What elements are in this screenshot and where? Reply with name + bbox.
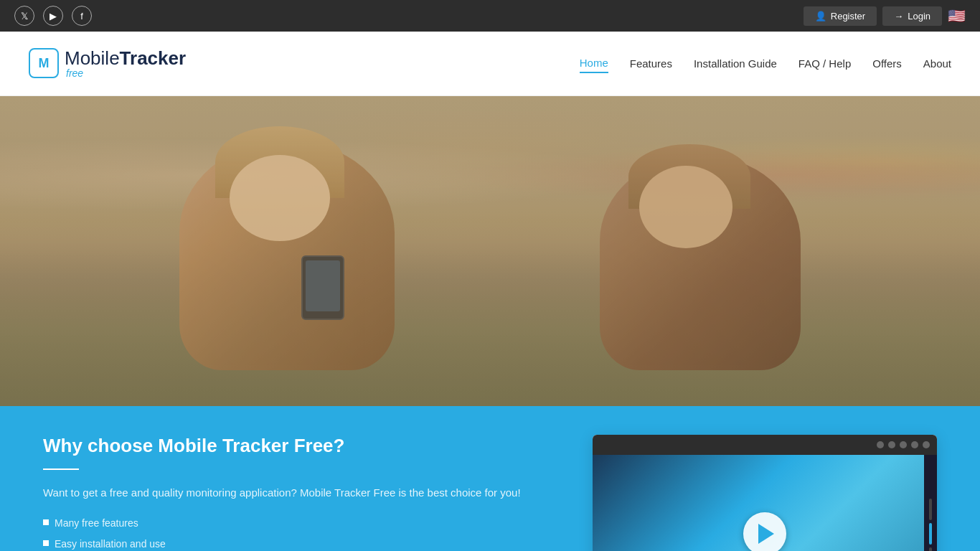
- vid-dot-5: [923, 441, 930, 448]
- play-button[interactable]: [743, 512, 786, 551]
- login-icon: →: [894, 11, 903, 22]
- top-actions: 👤 Register → Login 🇺🇸: [804, 6, 966, 26]
- video-panel: [593, 435, 937, 551]
- top-bar: 𝕏 ▶ f 👤 Register → Login 🇺🇸: [0, 0, 980, 32]
- video-sidebar: [924, 455, 937, 551]
- nav-home[interactable]: Home: [580, 54, 608, 73]
- why-section: Why choose Mobile Tracker Free? Want to …: [0, 406, 980, 551]
- hero-overlay: [0, 96, 980, 406]
- login-label: Login: [908, 11, 930, 22]
- logo[interactable]: M MobileTracker free: [29, 48, 186, 80]
- facebook-icon[interactable]: f: [72, 6, 92, 26]
- sidebar-bar: [929, 499, 932, 520]
- logo-bold: Tracker: [120, 47, 187, 69]
- hero-background: [0, 96, 980, 406]
- list-item: Easy installation and use: [43, 537, 550, 551]
- video-screen: [593, 455, 937, 551]
- vid-dot-3: [900, 441, 907, 448]
- logo-icon: M: [29, 48, 59, 78]
- play-icon: [758, 524, 774, 544]
- social-icons: 𝕏 ▶ f: [14, 6, 92, 26]
- vid-dot-4: [911, 441, 918, 448]
- logo-plain: Mobile: [65, 47, 120, 69]
- flag-icon: 🇺🇸: [948, 8, 966, 24]
- video-top-bar: [593, 435, 937, 455]
- sidebar-bar: [929, 547, 932, 551]
- youtube-icon[interactable]: ▶: [43, 6, 63, 26]
- list-item-text: Easy installation and use: [55, 537, 166, 551]
- nav-installation[interactable]: Installation Guide: [694, 55, 777, 72]
- main-nav: Home Features Installation Guide FAQ / H…: [580, 54, 951, 73]
- logo-sub: free: [66, 68, 186, 79]
- list-item: Many free features: [43, 516, 550, 531]
- why-title: Why choose Mobile Tracker Free?: [43, 435, 550, 457]
- hero-scene: [0, 96, 980, 406]
- vid-dot-2: [888, 441, 895, 448]
- register-button[interactable]: 👤 Register: [804, 6, 877, 26]
- why-list: Many free features Easy installation and…: [43, 516, 550, 551]
- list-item-text: Many free features: [55, 516, 138, 531]
- vid-dot-1: [877, 441, 884, 448]
- nav-offers[interactable]: Offers: [872, 55, 902, 72]
- why-content: Why choose Mobile Tracker Free? Want to …: [43, 435, 550, 551]
- bullet-icon: [43, 540, 49, 546]
- language-selector[interactable]: 🇺🇸: [948, 7, 966, 24]
- why-body: Want to get a free and quality monitorin…: [43, 484, 550, 501]
- sidebar-bar-active: [929, 523, 932, 545]
- nav-features[interactable]: Features: [630, 55, 672, 72]
- why-divider: [43, 468, 79, 470]
- bullet-icon: [43, 519, 49, 525]
- login-button[interactable]: → Login: [882, 6, 942, 26]
- logo-text: MobileTracker free: [65, 48, 186, 80]
- register-label: Register: [831, 11, 865, 22]
- nav-faq[interactable]: FAQ / Help: [798, 55, 851, 72]
- register-icon: 👤: [815, 11, 826, 22]
- hero-section: [0, 96, 980, 406]
- nav-about[interactable]: About: [923, 55, 951, 72]
- header: M MobileTracker free Home Features Insta…: [0, 32, 980, 96]
- twitter-icon[interactable]: 𝕏: [14, 6, 34, 26]
